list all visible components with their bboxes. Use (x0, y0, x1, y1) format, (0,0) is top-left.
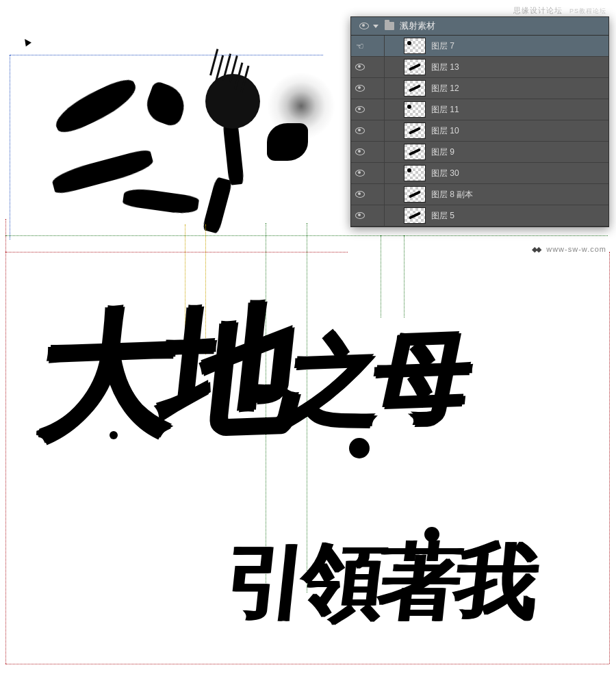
calligraphy-text: 大地 (32, 291, 296, 452)
guide-line (10, 55, 10, 239)
eye-icon (359, 23, 369, 29)
layer-thumbnail[interactable] (404, 186, 426, 203)
layer-thumbnail[interactable] (404, 144, 426, 160)
lock-cell[interactable] (369, 120, 385, 141)
layer-thumbnail[interactable] (404, 38, 426, 54)
calligraphy-line-2: 引領著我 (220, 527, 538, 638)
ink-splat-icon (205, 74, 260, 129)
eye-icon (355, 85, 365, 92)
thumbnail-preview-icon (409, 148, 421, 155)
collapse-arrow-icon[interactable] (373, 25, 378, 28)
layer-thumbnail[interactable] (404, 165, 426, 181)
visibility-toggle[interactable] (351, 85, 369, 92)
thumbnail-preview-icon (409, 211, 421, 219)
layer-row[interactable]: 图层 30 (351, 163, 608, 184)
thumbnail-preview-icon (409, 63, 421, 70)
visibility-toggle[interactable] (351, 106, 369, 113)
layer-thumbnail[interactable] (404, 59, 426, 75)
layer-name-label[interactable]: 图层 5 (431, 210, 608, 222)
layer-row[interactable]: 图层 5 (351, 205, 608, 226)
lock-cell[interactable] (369, 99, 385, 120)
lock-cell[interactable] (369, 78, 385, 99)
ink-stroke-icon (50, 148, 155, 196)
visibility-toggle[interactable] (351, 64, 369, 70)
layer-thumbnail[interactable] (404, 207, 426, 224)
layer-name-label[interactable]: 图层 11 (431, 104, 608, 116)
ink-splat-icon (424, 527, 439, 542)
layer-name-label[interactable]: 图层 12 (431, 83, 608, 94)
ink-spray-icon (267, 72, 335, 140)
watermark-url: www-sw-w.com (546, 245, 606, 253)
hand-icon: ☜ (356, 41, 364, 51)
visibility-toggle[interactable] (351, 191, 369, 198)
lock-cell[interactable] (369, 57, 385, 77)
visibility-toggle[interactable] (355, 23, 373, 29)
layer-name-label[interactable]: 图层 30 (431, 168, 608, 179)
calligraphy-text: 之母 (281, 322, 471, 436)
layer-row[interactable]: 图层 9 (351, 142, 608, 163)
folder-icon (385, 22, 394, 30)
visibility-toggle[interactable] (351, 148, 369, 155)
eye-icon (355, 127, 365, 134)
layer-row[interactable]: 图层 8 副本 (351, 184, 608, 205)
visibility-toggle[interactable]: ☜ (351, 41, 369, 51)
guide-line (609, 252, 610, 664)
layer-name-label[interactable]: 图层 10 (431, 125, 608, 137)
ink-stroke-icon (123, 186, 200, 216)
thumbnail-preview-icon (407, 41, 411, 45)
lock-cell[interactable] (369, 163, 385, 183)
group-name-label: 溅射素材 (400, 20, 435, 32)
guide-line (10, 55, 323, 55)
brush-sample-area (14, 21, 329, 219)
lock-cell[interactable] (369, 205, 385, 226)
thumbnail-preview-icon (407, 105, 411, 109)
visibility-toggle[interactable] (351, 170, 369, 177)
eye-icon (355, 191, 365, 198)
guide-line (5, 664, 609, 664)
layer-row[interactable]: 图层 12 (351, 78, 608, 99)
layer-thumbnail[interactable] (404, 80, 426, 96)
thumbnail-preview-icon (409, 127, 421, 134)
logo-dots-icon: ◆◆ (532, 245, 540, 253)
thumbnail-preview-icon (407, 168, 411, 172)
layer-name-label[interactable]: 图层 9 (431, 146, 608, 158)
layer-thumbnail[interactable] (404, 101, 426, 118)
watermark-ps: PS教程论坛 (569, 8, 606, 14)
layer-group-header[interactable]: 溅射素材 (351, 17, 608, 36)
calligraphy-text: 引領著我 (221, 535, 537, 627)
thumbnail-preview-icon (409, 84, 421, 92)
thumbnail-preview-icon (409, 190, 421, 198)
ink-stroke-icon (222, 119, 244, 185)
ink-stroke-icon (202, 177, 233, 234)
watermark-main: 思缘设计论坛 (513, 6, 563, 14)
layer-name-label[interactable]: 图层 7 (431, 40, 608, 52)
ink-stroke-icon (142, 80, 190, 128)
eye-icon (355, 64, 365, 70)
guide-line (5, 235, 608, 236)
layer-row[interactable]: 图层 10 (351, 120, 608, 142)
ink-splat-icon (110, 431, 118, 439)
calligraphy-line-1: 大地之母 (34, 300, 473, 439)
watermark-bottom: ◆◆ www-sw-w.com (532, 245, 606, 254)
eye-icon (355, 170, 365, 177)
guide-line (5, 252, 348, 252)
layers-panel[interactable]: 溅射素材 ☜ 图层 7 图层 13 图层 12 (350, 16, 609, 227)
layer-row[interactable]: ☜ 图层 7 (351, 36, 608, 57)
layer-name-label[interactable]: 图层 8 副本 (431, 189, 608, 200)
lock-cell[interactable] (369, 36, 385, 56)
layer-row[interactable]: 图层 11 (351, 99, 608, 120)
eye-icon (355, 212, 365, 219)
eye-icon (355, 148, 365, 155)
layer-row[interactable]: 图层 13 (351, 57, 608, 78)
layer-name-label[interactable]: 图层 13 (431, 62, 608, 73)
lock-cell[interactable] (369, 142, 385, 162)
lock-cell[interactable] (369, 184, 385, 205)
ink-splat-icon (349, 438, 370, 458)
guide-line (5, 219, 6, 664)
visibility-toggle[interactable] (351, 212, 369, 219)
ink-stroke-icon (50, 75, 142, 137)
layer-thumbnail[interactable] (404, 122, 426, 139)
eye-icon (355, 106, 365, 113)
visibility-toggle[interactable] (351, 127, 369, 134)
